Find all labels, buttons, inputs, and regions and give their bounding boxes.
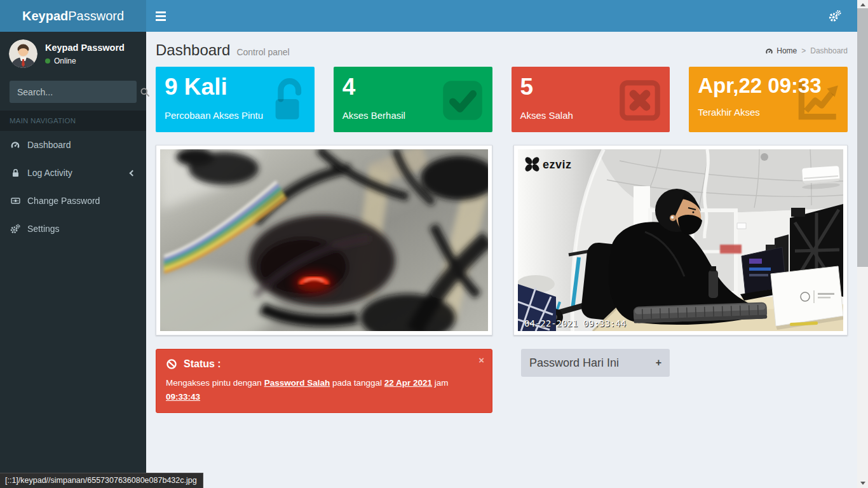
chevron-left-icon bbox=[130, 170, 136, 176]
settings-gears-icon[interactable] bbox=[829, 0, 841, 32]
brand-logo[interactable]: KeypadPassword bbox=[0, 0, 146, 32]
lock-icon bbox=[10, 168, 21, 178]
status-tooltip: [::1]/keypad//simpanan/6557307636080e087… bbox=[0, 473, 203, 488]
sidebar-item-log-activity[interactable]: Log Activity bbox=[0, 159, 146, 187]
stat-label: Akses Salah bbox=[520, 110, 661, 121]
sidebar-item-label: Dashboard bbox=[27, 140, 71, 150]
search-input[interactable] bbox=[10, 81, 140, 103]
alert-title: Status : bbox=[184, 358, 221, 370]
panel-column: Password Hari Ini + bbox=[513, 349, 848, 377]
main-content: Dashboard Control panel Home > Dashboard… bbox=[146, 32, 857, 488]
brand-bold: Keypad bbox=[22, 9, 68, 23]
avatar bbox=[9, 39, 37, 68]
page-title-text: Dashboard bbox=[156, 41, 230, 59]
arrow-down-icon bbox=[860, 482, 865, 485]
close-icon[interactable]: × bbox=[478, 355, 484, 365]
sidebar-item-dashboard[interactable]: Dashboard bbox=[0, 131, 146, 159]
sidebar-menu: Dashboard Log Activity Change Password S… bbox=[0, 131, 146, 243]
scrollbar-thumb[interactable] bbox=[857, 8, 868, 267]
brand-rest: Password bbox=[68, 9, 124, 23]
money-icon bbox=[10, 196, 21, 206]
sidebar-toggle-button[interactable] bbox=[146, 0, 175, 32]
scroll-down-button[interactable] bbox=[857, 478, 868, 488]
breadcrumb: Home > Dashboard bbox=[765, 46, 848, 55]
sidebar-item-settings[interactable]: Settings bbox=[0, 215, 146, 243]
stat-value: Apr,22 09:33 bbox=[698, 74, 839, 98]
page-title: Dashboard Control panel bbox=[156, 41, 848, 59]
breadcrumb-home-label: Home bbox=[776, 46, 797, 55]
stat-value: 4 bbox=[342, 74, 484, 101]
sidebar-search bbox=[10, 81, 137, 103]
breadcrumb-current: Dashboard bbox=[810, 46, 848, 55]
gears-icon bbox=[829, 10, 841, 22]
sidebar: Keypad Password Online MAIN NAVIGATION D… bbox=[0, 32, 146, 488]
camera-timestamp: 04-22-2021 09:33:44 bbox=[524, 318, 626, 329]
stats-row: 9 Kali Percobaan Akses Pintu 4 Akses Ber… bbox=[146, 67, 857, 132]
ban-icon bbox=[166, 358, 177, 370]
breadcrumb-home-link[interactable]: Home bbox=[765, 46, 797, 55]
stat-box-percobaan-akses: 9 Kali Percobaan Akses Pintu bbox=[156, 67, 315, 132]
alert-message: Mengakses pintu dengan Password Salah pa… bbox=[166, 376, 482, 403]
search-button[interactable] bbox=[140, 81, 150, 103]
arrow-up-icon bbox=[860, 3, 865, 6]
expand-plus-icon[interactable]: + bbox=[656, 357, 661, 369]
online-dot-icon bbox=[45, 58, 50, 64]
sidebar-item-label: Settings bbox=[27, 224, 60, 234]
sidebar-item-label: Change Password bbox=[27, 196, 100, 206]
page-subtitle: Control panel bbox=[236, 47, 289, 57]
cameras-row: ezviz 04-22-2021 09:33:44 04-22-2021 09:… bbox=[146, 145, 857, 336]
stat-box-terakhir-akses: Apr,22 09:33 Terakhir Akses bbox=[689, 67, 848, 132]
password-hari-ini-panel-header[interactable]: Password Hari Ini + bbox=[521, 349, 670, 377]
user-name: Keypad Password bbox=[45, 43, 125, 53]
stat-value: 5 bbox=[520, 74, 661, 101]
room-cctv-photo: ezviz 04-22-2021 09:33:44 04-22-2021 09:… bbox=[518, 149, 843, 331]
ezviz-watermark-text: ezviz bbox=[543, 158, 572, 171]
top-navbar: KeypadPassword bbox=[0, 0, 857, 32]
user-status-label: Online bbox=[54, 57, 76, 65]
gauge-icon bbox=[765, 47, 773, 55]
stat-box-akses-berhasil: 4 Akses Berhasil bbox=[334, 67, 492, 132]
sidebar-item-label: Log Activity bbox=[27, 168, 72, 178]
panel-title: Password Hari Ini bbox=[529, 356, 619, 370]
stat-label: Terakhir Akses bbox=[698, 107, 839, 118]
nav-section-header: MAIN NAVIGATION bbox=[0, 111, 146, 131]
sidebar-item-change-password[interactable]: Change Password bbox=[0, 187, 146, 215]
stat-label: Percobaan Akses Pintu bbox=[165, 110, 306, 121]
search-icon bbox=[140, 87, 150, 97]
user-panel: Keypad Password Online bbox=[0, 32, 146, 76]
bottom-row: Status : × Mengakses pintu dengan Passwo… bbox=[146, 349, 857, 413]
breadcrumb-separator: > bbox=[801, 46, 806, 55]
stat-box-akses-salah: 5 Akses Salah bbox=[512, 67, 670, 132]
gauge-icon bbox=[10, 140, 21, 150]
camera-image-door-device[interactable] bbox=[156, 145, 492, 336]
gears-icon bbox=[10, 224, 21, 234]
stat-label: Akses Berhasil bbox=[342, 110, 484, 121]
vertical-scrollbar[interactable] bbox=[857, 0, 868, 488]
stat-value: 9 Kali bbox=[165, 74, 306, 101]
door-device-photo bbox=[160, 149, 488, 331]
user-status[interactable]: Online bbox=[45, 57, 125, 65]
status-alert: Status : × Mengakses pintu dengan Passwo… bbox=[156, 349, 492, 413]
camera-image-room-cctv[interactable]: ezviz 04-22-2021 09:33:44 04-22-2021 09:… bbox=[513, 145, 848, 336]
